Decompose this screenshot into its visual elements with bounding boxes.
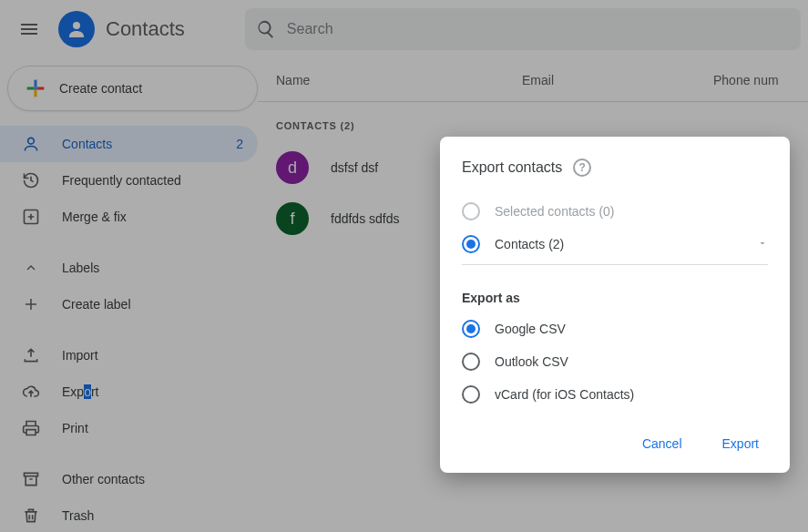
format-option-vcard[interactable]: vCard (for iOS Contacts) (462, 385, 768, 404)
radio-icon (462, 353, 480, 371)
format-option-google-csv[interactable]: Google CSV (462, 320, 768, 338)
option-label: Google CSV (495, 322, 566, 336)
dropdown-arrow-icon[interactable] (757, 237, 768, 251)
radio-icon (462, 202, 480, 220)
option-label: Selected contacts (0) (495, 204, 615, 219)
dialog-title: Export contacts (462, 159, 562, 176)
option-label: Contacts (2) (495, 237, 564, 251)
export-option-selected-contacts: Selected contacts (0) (462, 202, 768, 220)
export-option-contacts[interactable]: Contacts (2) (462, 235, 768, 265)
export-contacts-dialog: Export contacts ? Selected contacts (0) … (440, 137, 790, 473)
option-label: Outlook CSV (495, 354, 568, 369)
export-as-label: Export as (462, 291, 768, 305)
option-label: vCard (for iOS Contacts) (495, 387, 634, 402)
radio-icon (462, 385, 480, 404)
help-icon[interactable]: ? (573, 159, 591, 177)
radio-icon (462, 320, 480, 338)
radio-icon (462, 235, 480, 253)
format-option-outlook-csv[interactable]: Outlook CSV (462, 353, 768, 371)
export-button[interactable]: Export (713, 429, 768, 458)
cancel-button[interactable]: Cancel (633, 429, 691, 458)
